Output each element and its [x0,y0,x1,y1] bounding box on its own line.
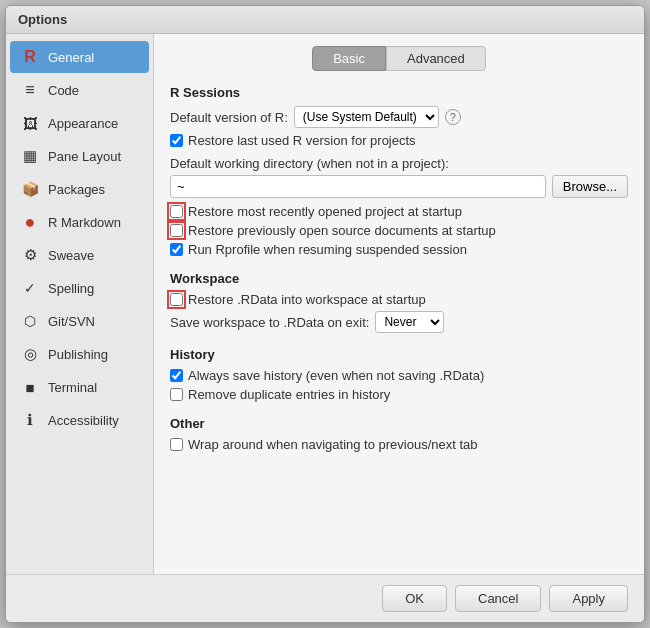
sidebar-label-accessibility: Accessibility [48,413,119,428]
wrap-around-checkbox[interactable] [170,438,183,451]
workspace-title: Workspace [170,271,628,286]
footer: OK Cancel Apply [6,574,644,622]
restore-open-source-label: Restore previously open source documents… [188,223,496,238]
run-rprofile-label: Run Rprofile when resuming suspended ses… [188,242,467,257]
content-area: R General ≡ Code 🖼 Appearance ▦ Pane Lay… [6,34,644,574]
sidebar-label-general: General [48,50,94,65]
run-rprofile-checkbox[interactable] [170,243,183,256]
sidebar-label-appearance: Appearance [48,116,118,131]
dialog-title: Options [18,12,67,27]
sidebar-item-git-svn[interactable]: ⬡ Git/SVN [10,305,149,337]
save-workspace-row: Save workspace to .RData on exit: Never … [170,311,628,333]
sidebar-item-accessibility[interactable]: ℹ Accessibility [10,404,149,436]
sidebar-item-pane-layout[interactable]: ▦ Pane Layout [10,140,149,172]
r-sessions-section: R Sessions Default version of R: (Use Sy… [170,85,628,261]
r-sessions-title: R Sessions [170,85,628,100]
restore-last-r-version-label: Restore last used R version for projects [188,133,416,148]
always-save-history-label: Always save history (even when not savin… [188,368,484,383]
restore-recent-project-checkbox[interactable] [170,205,183,218]
save-workspace-label: Save workspace to .RData on exit: [170,315,369,330]
sidebar-item-r-markdown[interactable]: ● R Markdown [10,206,149,238]
accessibility-icon: ℹ [20,410,40,430]
sidebar-label-packages: Packages [48,182,105,197]
wrap-around-label: Wrap around when navigating to previous/… [188,437,478,452]
sidebar-label-sweave: Sweave [48,248,94,263]
general-icon: R [20,47,40,67]
default-version-label: Default version of R: [170,110,288,125]
title-bar: Options [6,6,644,34]
tab-bar: Basic Advanced [170,46,628,71]
restore-recent-project-label: Restore most recently opened project at … [188,204,462,219]
sidebar-label-git-svn: Git/SVN [48,314,95,329]
tab-advanced[interactable]: Advanced [386,46,486,71]
remove-duplicates-label: Remove duplicate entries in history [188,387,390,402]
restore-rdata-label: Restore .RData into workspace at startup [188,292,426,307]
other-section: Other Wrap around when navigating to pre… [170,416,628,456]
restore-last-r-version-row: Restore last used R version for projects [170,133,628,148]
sidebar-label-pane-layout: Pane Layout [48,149,121,164]
sidebar-item-general[interactable]: R General [10,41,149,73]
tab-basic[interactable]: Basic [312,46,386,71]
working-dir-row: Browse... [170,175,628,198]
sidebar-item-spelling[interactable]: ✓ Spelling [10,272,149,304]
cancel-button[interactable]: Cancel [455,585,541,612]
sidebar-item-appearance[interactable]: 🖼 Appearance [10,107,149,139]
remove-duplicates-row: Remove duplicate entries in history [170,387,628,402]
packages-icon: 📦 [20,179,40,199]
restore-source-row: Restore previously open source documents… [170,223,628,238]
sidebar-label-spelling: Spelling [48,281,94,296]
restore-rdata-row: Restore .RData into workspace at startup [170,292,628,307]
wrap-around-row: Wrap around when navigating to previous/… [170,437,628,452]
remove-duplicates-checkbox[interactable] [170,388,183,401]
other-title: Other [170,416,628,431]
ok-button[interactable]: OK [382,585,447,612]
appearance-icon: 🖼 [20,113,40,133]
save-workspace-select[interactable]: Never Always Ask [375,311,444,333]
sidebar-label-terminal: Terminal [48,380,97,395]
sidebar-item-publishing[interactable]: ◎ Publishing [10,338,149,370]
workspace-section: Workspace Restore .RData into workspace … [170,271,628,337]
pane-layout-icon: ▦ [20,146,40,166]
working-dir-label-row: Default working directory (when not in a… [170,156,628,171]
git-icon: ⬡ [20,311,40,331]
options-dialog: Options R General ≡ Code 🖼 Appearance ▦ … [5,5,645,623]
restore-last-r-version-checkbox[interactable] [170,134,183,147]
rmarkdown-icon: ● [20,212,40,232]
default-version-row: Default version of R: (Use System Defaul… [170,106,628,128]
history-section: History Always save history (even when n… [170,347,628,406]
working-dir-label: Default working directory (when not in a… [170,156,449,171]
help-icon[interactable]: ? [445,109,461,125]
run-rprofile-row: Run Rprofile when resuming suspended ses… [170,242,628,257]
history-title: History [170,347,628,362]
publishing-icon: ◎ [20,344,40,364]
working-dir-input[interactable] [170,175,546,198]
restore-project-row: Restore most recently opened project at … [170,204,628,219]
main-panel: Basic Advanced R Sessions Default versio… [154,34,644,574]
browse-button[interactable]: Browse... [552,175,628,198]
sidebar: R General ≡ Code 🖼 Appearance ▦ Pane Lay… [6,34,154,574]
terminal-icon: ■ [20,377,40,397]
restore-open-source-checkbox[interactable] [170,224,183,237]
sidebar-item-code[interactable]: ≡ Code [10,74,149,106]
always-save-history-row: Always save history (even when not savin… [170,368,628,383]
sidebar-item-terminal[interactable]: ■ Terminal [10,371,149,403]
sidebar-label-publishing: Publishing [48,347,108,362]
restore-rdata-checkbox[interactable] [170,293,183,306]
sidebar-item-packages[interactable]: 📦 Packages [10,173,149,205]
sidebar-item-sweave[interactable]: ⚙ Sweave [10,239,149,271]
apply-button[interactable]: Apply [549,585,628,612]
sweave-icon: ⚙ [20,245,40,265]
default-version-select[interactable]: (Use System Default) [294,106,439,128]
always-save-history-checkbox[interactable] [170,369,183,382]
code-icon: ≡ [20,80,40,100]
sidebar-label-code: Code [48,83,79,98]
sidebar-label-r-markdown: R Markdown [48,215,121,230]
spelling-icon: ✓ [20,278,40,298]
